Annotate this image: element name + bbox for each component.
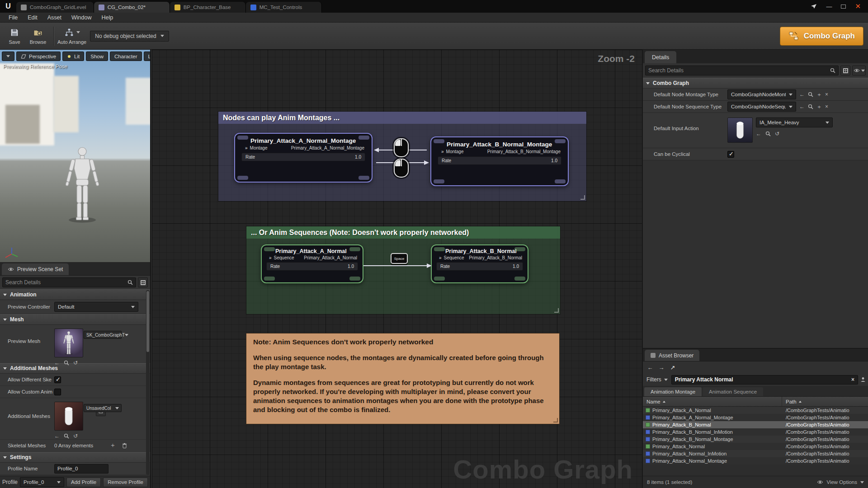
node-sequence-a[interactable]: Primary_Attack_A_Normal » Sequence Prima…	[261, 244, 363, 283]
montage-prop-value[interactable]: Primary_Attack_A_Normal_Montage	[291, 145, 364, 150]
lod-button[interactable]: LOD	[144, 52, 150, 61]
preview-mesh-thumbnail[interactable]: SK_ComboGraphT	[54, 328, 83, 357]
column-header-name[interactable]: Name	[643, 397, 782, 406]
feedback-icon[interactable]	[811, 4, 817, 9]
perspective-button[interactable]: Perspective	[16, 52, 61, 61]
details-search-box[interactable]	[645, 66, 839, 75]
show-button[interactable]: Show	[86, 52, 108, 61]
viewport-options-button[interactable]	[2, 52, 14, 61]
resize-handle[interactable]	[554, 308, 559, 313]
allow-different-skeletons-checkbox[interactable]	[54, 376, 61, 383]
pin-icon[interactable]: »	[439, 255, 442, 260]
comment-title[interactable]: ... Or Anim Sequences (Note: Doesn't wor…	[246, 226, 560, 239]
reset-icon[interactable]: ↺	[775, 131, 779, 137]
close-button[interactable]: ✕	[855, 2, 861, 10]
add-profile-button[interactable]: Add Profile	[66, 478, 101, 487]
asset-row[interactable]: Primary_Attack_Normal_Montage /ComboGrap…	[643, 457, 868, 465]
tab-level[interactable]: ComboGraph_GridLevel	[16, 2, 94, 13]
go-to-asset-icon[interactable]: ↗	[668, 363, 678, 372]
debug-object-dropdown[interactable]: No debug object selected	[90, 31, 169, 42]
browse-to-asset-icon[interactable]	[808, 104, 813, 109]
saved-search-icon[interactable]	[860, 377, 866, 382]
preview-search-input[interactable]	[5, 279, 125, 286]
rate-value[interactable]: 1.0	[551, 158, 557, 163]
tab-asset-browser[interactable]: Asset Browser	[645, 350, 699, 361]
clear-icon[interactable]: ×	[825, 103, 828, 110]
profile-name-input[interactable]	[54, 464, 108, 474]
view-options-button[interactable]: View Options	[817, 479, 864, 485]
filters-button[interactable]: Filters	[645, 376, 669, 383]
preview-search-box[interactable]	[2, 277, 136, 287]
sequence-type-dropdown[interactable]: ComboGraphNodeSequence	[727, 102, 796, 112]
tab-animation-sequence[interactable]: Animation Sequence	[703, 387, 763, 396]
auto-arrange-button[interactable]: Auto Arrange	[57, 24, 86, 48]
add-element-icon[interactable]: ＋	[109, 441, 116, 450]
section-animation[interactable]: Animation	[0, 289, 150, 300]
rate-value[interactable]: 1.0	[355, 155, 361, 160]
use-selected-icon[interactable]: ←	[54, 433, 60, 439]
pin-icon[interactable]: »	[245, 145, 248, 150]
rate-value[interactable]: 1.0	[348, 264, 354, 269]
section-mesh[interactable]: Mesh	[0, 314, 150, 325]
browse-to-asset-icon[interactable]	[64, 433, 69, 439]
additional-mesh-thumbnail[interactable]: UnsavedCol	[54, 402, 83, 431]
preview-viewport[interactable]: Perspective Lit Show Character LOD Previ…	[0, 50, 150, 262]
clear-icon[interactable]: ×	[825, 91, 828, 98]
use-selected-icon[interactable]: ←	[799, 91, 805, 98]
clear-search-icon[interactable]: ×	[851, 376, 854, 383]
use-selected-icon[interactable]: ←	[799, 103, 805, 110]
montage-type-dropdown[interactable]: ComboGraphNodeMontage	[727, 89, 796, 99]
input-action-dropdown[interactable]: IA_Melee_Heavy	[756, 117, 833, 127]
browse-to-asset-icon[interactable]	[64, 360, 69, 366]
left-mouse-button-icon[interactable]	[394, 159, 409, 178]
left-mouse-button-icon[interactable]	[394, 138, 409, 157]
node-sequence-b[interactable]: Primary_Attack_B_Normal » Sequence Prima…	[431, 244, 528, 283]
pin-icon[interactable]: »	[269, 255, 272, 260]
use-selected-icon[interactable]: ←	[756, 131, 761, 137]
asset-row[interactable]: Primary_Attack_B_Normal_InMotion /ComboG…	[643, 428, 868, 436]
tab-character-blueprint[interactable]: BP_Character_Base	[170, 2, 246, 13]
character-button[interactable]: Character	[110, 52, 142, 61]
reset-icon[interactable]: ↺	[73, 433, 78, 439]
menu-window[interactable]: Window	[66, 13, 96, 22]
column-header-path[interactable]: Path	[782, 399, 868, 404]
lit-button[interactable]: Lit	[62, 52, 84, 61]
tab-animation-montage[interactable]: Animation Montage	[644, 387, 702, 396]
trash-icon[interactable]	[122, 443, 127, 448]
history-forward-icon[interactable]: →	[656, 363, 666, 372]
scrollbar-thumb[interactable]	[146, 291, 149, 352]
tab-preview-scene-settings[interactable]: Preview Scene Set	[2, 263, 69, 275]
combo-graph-mode-button[interactable]: Combo Graph	[780, 27, 863, 46]
asset-search-box[interactable]: ×	[671, 375, 858, 385]
tab-details[interactable]: Details	[645, 51, 676, 63]
menu-help[interactable]: Help	[96, 13, 118, 22]
maximize-button[interactable]	[841, 5, 846, 9]
pin-icon[interactable]: »	[441, 149, 444, 154]
remove-profile-button[interactable]: Remove Profile	[103, 478, 148, 487]
browse-to-asset-icon[interactable]	[765, 131, 771, 136]
menu-asset[interactable]: Asset	[42, 13, 66, 22]
detail-view-options-button[interactable]	[138, 277, 148, 287]
comment-title[interactable]: Nodes can play Anim Montages ...	[218, 112, 586, 124]
cyclical-checkbox[interactable]	[727, 151, 734, 158]
browse-button[interactable]: Browse	[26, 24, 50, 48]
asset-row[interactable]: Primary_Attack_Normal_InMotion /ComboGra…	[643, 450, 868, 457]
asset-row[interactable]: Primary_Attack_A_Normal_Montage /ComboGr…	[643, 414, 868, 421]
asset-row[interactable]: Primary_Attack_A_Normal /ComboGraphTests…	[643, 407, 868, 414]
section-settings[interactable]: Settings	[0, 452, 150, 463]
resize-handle[interactable]	[580, 195, 585, 200]
rate-value[interactable]: 1.0	[513, 264, 519, 269]
additional-mesh-asset-dropdown[interactable]: UnsavedCol	[84, 404, 122, 412]
display-options-button[interactable]	[840, 66, 850, 75]
visibility-filter-button[interactable]	[852, 66, 866, 75]
preview-mesh-asset-dropdown[interactable]: SK_ComboGraphT	[84, 331, 122, 339]
preview-panel-scrollbar[interactable]	[146, 290, 150, 475]
menu-edit[interactable]: Edit	[23, 13, 42, 22]
menu-file[interactable]: File	[4, 13, 23, 22]
combo-graph-canvas[interactable]: Zoom -2 Combo Graph Nodes can play Anim …	[152, 50, 642, 488]
tab-combo-graph[interactable]: CG_Combo_02*	[94, 2, 170, 13]
montage-prop-value[interactable]: Primary_Attack_B_Normal_Montage	[487, 149, 561, 154]
preview-controller-dropdown[interactable]: Default	[54, 302, 138, 312]
history-back-icon[interactable]: ←	[645, 363, 655, 372]
asset-row[interactable]: Primary_Attack_B_Normal_Montage /ComboGr…	[643, 436, 868, 443]
